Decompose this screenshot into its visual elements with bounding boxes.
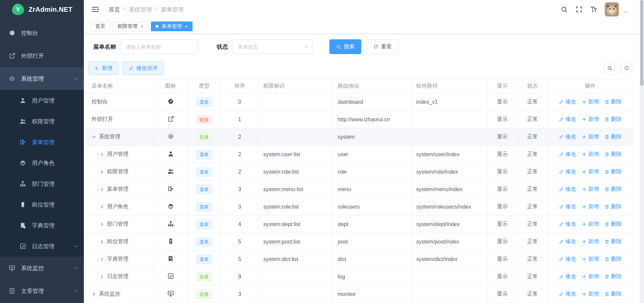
breadcrumb-item[interactable]: 首页 xyxy=(109,6,120,13)
delete-action-link[interactable]: 删除 xyxy=(604,256,622,263)
tree-toggle-right-icon[interactable] xyxy=(100,170,104,174)
delete-action-link[interactable]: 删除 xyxy=(604,98,622,105)
user-menu-caret-icon[interactable] xyxy=(624,10,628,14)
close-icon[interactable]: × xyxy=(185,24,188,29)
add-action-link[interactable]: 新增 xyxy=(582,221,599,228)
add-action-link[interactable]: 新增 xyxy=(582,238,599,245)
add-action-link[interactable]: 新增 xyxy=(582,256,599,263)
add-action-link[interactable]: 新增 xyxy=(582,116,599,123)
edit-action-link[interactable]: 修改 xyxy=(559,116,576,123)
sidebar-item-system[interactable]: 系统管理 xyxy=(0,67,84,90)
delete-action-link[interactable]: 删除 xyxy=(604,168,622,175)
edit-action-link[interactable]: 修改 xyxy=(559,238,576,245)
sidebar-item-label: 字典管理 xyxy=(32,222,55,229)
sidebar-item-monitor[interactable]: 系统监控 xyxy=(0,257,84,279)
tree-toggle-down-icon[interactable] xyxy=(92,135,96,139)
add-action-link[interactable]: 新增 xyxy=(582,291,599,298)
tree-toggle-right-icon[interactable] xyxy=(100,257,104,262)
tree-toggle-right-icon[interactable] xyxy=(100,187,104,192)
breadcrumb: 首页/系统管理/菜单管理 xyxy=(109,6,183,13)
tree-toggle-right-icon[interactable] xyxy=(92,292,96,297)
type-tag: 菜单 xyxy=(196,202,212,212)
tab-首页[interactable]: 首页 xyxy=(91,21,110,31)
edit-action-label: 修改 xyxy=(566,168,576,175)
add-action-link[interactable]: 新增 xyxy=(582,203,599,210)
breadcrumb-item[interactable]: 系统管理 xyxy=(129,6,152,13)
edit-action-link[interactable]: 修改 xyxy=(559,256,576,263)
search-button[interactable]: 搜索 xyxy=(329,39,361,54)
edit-action-link[interactable]: 修改 xyxy=(559,291,576,298)
sidebar-item-dict[interactable]: 字典管理 xyxy=(0,215,84,236)
sidebar-item-log[interactable]: 日志管理 xyxy=(0,236,84,257)
delete-action-link[interactable]: 删除 xyxy=(604,221,622,228)
cell-order: 0 xyxy=(221,93,259,111)
font-size-icon[interactable] xyxy=(590,6,597,13)
table-search-button[interactable] xyxy=(603,62,616,75)
add-action-link[interactable]: 新增 xyxy=(582,168,599,175)
edit-action-link[interactable]: 修改 xyxy=(559,221,576,228)
tree-toggle-right-icon[interactable] xyxy=(100,205,104,209)
tree-toggle-right-icon[interactable] xyxy=(100,240,104,244)
sidebar-item-user[interactable]: 用户管理 xyxy=(0,90,84,111)
sidebar-item-role[interactable]: 权限管理 xyxy=(0,111,84,132)
add-action-link[interactable]: 新增 xyxy=(582,273,599,280)
edit-action-link[interactable]: 修改 xyxy=(559,133,576,140)
table-row: 用户管理菜单2system:user:listusersystem/user/i… xyxy=(87,146,633,163)
edit-action-label: 修改 xyxy=(566,133,576,140)
cell-component: system/roleusers/index xyxy=(412,198,487,216)
fullscreen-icon[interactable] xyxy=(575,6,583,13)
reset-button[interactable]: 重置 xyxy=(367,39,398,54)
add-action-link[interactable]: 新增 xyxy=(582,133,599,140)
add-action-link[interactable]: 新增 xyxy=(582,98,599,105)
edit-action-link[interactable]: 修改 xyxy=(559,151,576,158)
cell-status: 正常 xyxy=(518,181,548,198)
status-select-input[interactable] xyxy=(233,39,313,54)
edit-action-link[interactable]: 修改 xyxy=(559,168,576,175)
tabs-bar: 首页权限管理×菜单管理× xyxy=(84,19,644,34)
edit-action-link[interactable]: 修改 xyxy=(559,273,576,280)
sidebar-item-external[interactable]: 外部打开 xyxy=(0,44,84,67)
cell-status: 正常 xyxy=(518,163,548,181)
delete-action-link[interactable]: 删除 xyxy=(604,273,622,280)
sidebar-item-dashboard[interactable]: 控制台 xyxy=(0,21,84,44)
edit-sort-button[interactable]: 修改排序 xyxy=(122,61,164,75)
add-action-link[interactable]: 新增 xyxy=(582,151,599,158)
search-icon[interactable] xyxy=(560,6,568,13)
sidebar-item-dept[interactable]: 部门管理 xyxy=(0,173,84,194)
navbar-tools xyxy=(560,2,628,16)
delete-action-link[interactable]: 删除 xyxy=(604,291,622,298)
scrollbar-thumb[interactable] xyxy=(640,0,643,86)
edit-action-link[interactable]: 修改 xyxy=(559,203,576,210)
delete-action-link[interactable]: 删除 xyxy=(604,203,622,210)
delete-action-link[interactable]: 删除 xyxy=(604,116,622,123)
tree-toggle-right-icon[interactable] xyxy=(100,152,104,157)
tab-权限管理[interactable]: 权限管理× xyxy=(113,21,148,31)
avatar[interactable] xyxy=(605,2,619,16)
delete-action-link[interactable]: 删除 xyxy=(604,133,622,140)
add-button[interactable]: 新增 xyxy=(88,61,118,75)
sidebar-item-article[interactable]: 文章管理 xyxy=(0,279,84,302)
tree-toggle-right-icon[interactable] xyxy=(100,274,104,279)
menu-name-input[interactable] xyxy=(121,39,198,54)
close-icon[interactable]: × xyxy=(141,24,144,29)
edit-action-link[interactable]: 修改 xyxy=(559,186,576,193)
sidebar-item-roleusers[interactable]: 用户角色 xyxy=(0,153,84,173)
type-tag: 菜单 xyxy=(196,150,212,159)
delete-action-label: 删除 xyxy=(611,116,622,123)
delete-action-link[interactable]: 删除 xyxy=(604,151,622,158)
table-refresh-button[interactable] xyxy=(620,62,633,75)
tree-toggle-right-icon[interactable] xyxy=(100,222,104,227)
delete-action-link[interactable]: 删除 xyxy=(604,186,622,193)
add-action-link[interactable]: 新增 xyxy=(582,186,599,193)
delete-action-label: 删除 xyxy=(611,273,622,280)
sidebar-item-menu[interactable]: 菜单管理 xyxy=(0,132,84,153)
breadcrumb-item[interactable]: 菜单管理 xyxy=(161,6,183,13)
menu-name: 外部打开 xyxy=(92,116,113,123)
sidebar-item-post[interactable]: 岗位管理 xyxy=(0,194,84,215)
menu-name: 控制台 xyxy=(92,98,108,105)
status-select[interactable] xyxy=(233,39,313,54)
sidebar-toggle-icon[interactable] xyxy=(91,5,99,13)
edit-action-link[interactable]: 修改 xyxy=(559,98,576,105)
tab-菜单管理[interactable]: 菜单管理× xyxy=(151,21,193,31)
delete-action-link[interactable]: 删除 xyxy=(604,238,622,245)
